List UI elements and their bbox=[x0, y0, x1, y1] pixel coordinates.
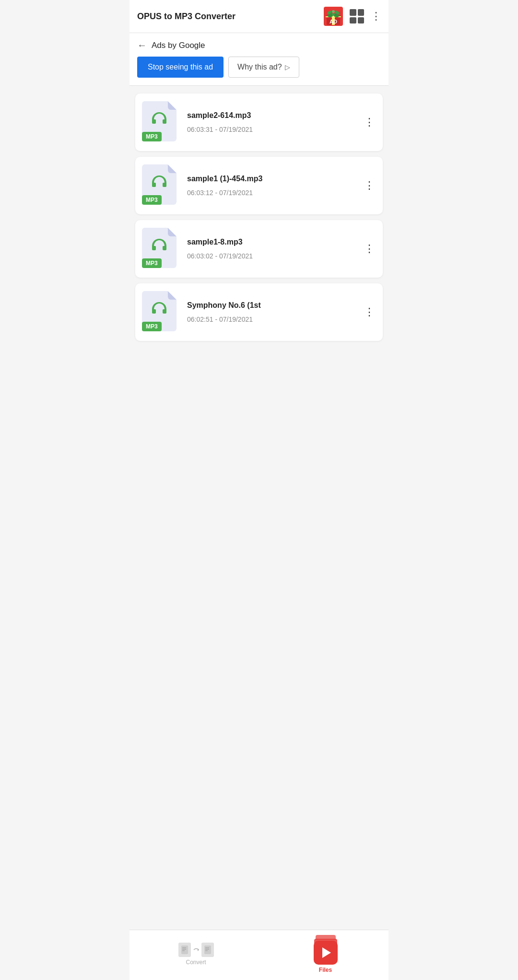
headphone-icon-2 bbox=[149, 235, 169, 257]
svg-point-9 bbox=[332, 10, 335, 13]
file-name-2: sample1-8.mp3 bbox=[187, 238, 355, 246]
ad-icon[interactable]: AD bbox=[324, 7, 343, 26]
file-thumb-0: MP3 bbox=[142, 101, 180, 143]
file-meta-2: 06:03:02 - 07/19/2021 bbox=[187, 252, 355, 260]
more-options-icon[interactable]: ⋮ bbox=[371, 11, 381, 22]
ad-banner-buttons: Stop seeing this ad Why this ad? ▷ bbox=[137, 57, 381, 78]
file-more-button-0[interactable]: ⋮ bbox=[362, 114, 376, 130]
file-page-bg-0: MP3 bbox=[142, 101, 177, 141]
grid-cell-4 bbox=[358, 17, 365, 24]
why-this-ad-button[interactable]: Why this ad? ▷ bbox=[228, 57, 299, 78]
why-ad-icon: ▷ bbox=[285, 63, 290, 71]
file-info-0: sample2-614.mp3 06:03:31 - 07/19/2021 bbox=[187, 111, 355, 133]
file-more-button-3[interactable]: ⋮ bbox=[362, 304, 376, 320]
file-info-1: sample1 (1)-454.mp3 06:03:12 - 07/19/202… bbox=[187, 175, 355, 197]
file-info-2: sample1-8.mp3 06:03:02 - 07/19/2021 bbox=[187, 238, 355, 260]
file-card-2[interactable]: MP3 sample1-8.mp3 06:03:02 - 07/19/2021 … bbox=[135, 220, 383, 278]
file-info-3: Symphony No.6 (1st 06:02:51 - 07/19/2021 bbox=[187, 301, 355, 323]
ad-banner: ← Ads by Google Stop seeing this ad Why … bbox=[130, 33, 388, 86]
svg-point-6 bbox=[332, 13, 335, 16]
file-meta-1: 06:03:12 - 07/19/2021 bbox=[187, 189, 355, 197]
ads-by-google-label: Ads by Google bbox=[152, 41, 205, 50]
file-name-3: Symphony No.6 (1st bbox=[187, 301, 355, 310]
headphone-icon-3 bbox=[149, 298, 169, 320]
stop-seeing-ad-button[interactable]: Stop seeing this ad bbox=[137, 57, 224, 78]
file-card-0[interactable]: MP3 sample2-614.mp3 06:03:31 - 07/19/202… bbox=[135, 93, 383, 151]
grid-cell-1 bbox=[350, 9, 356, 16]
file-page-bg-2: MP3 bbox=[142, 228, 177, 268]
file-card-3[interactable]: MP3 Symphony No.6 (1st 06:02:51 - 07/19/… bbox=[135, 283, 383, 341]
headphone-icon-1 bbox=[149, 172, 169, 194]
why-ad-label: Why this ad? bbox=[237, 63, 282, 71]
file-page-bg-1: MP3 bbox=[142, 164, 177, 205]
file-more-button-2[interactable]: ⋮ bbox=[362, 241, 376, 257]
app-title: OPUS to MP3 Converter bbox=[137, 12, 235, 22]
mp3-badge-3: MP3 bbox=[142, 322, 162, 331]
file-name-0: sample2-614.mp3 bbox=[187, 111, 355, 120]
file-thumb-3: MP3 bbox=[142, 291, 180, 333]
app-header: OPUS to MP3 Converter AD bbox=[130, 0, 388, 33]
file-thumb-2: MP3 bbox=[142, 228, 180, 270]
headphone-icon-0 bbox=[149, 108, 169, 130]
ads-by-text: Ads by bbox=[152, 41, 179, 50]
grid-cell-3 bbox=[350, 17, 356, 24]
file-page-bg-3: MP3 bbox=[142, 291, 177, 331]
file-name-1: sample1 (1)-454.mp3 bbox=[187, 175, 355, 183]
grid-cell-2 bbox=[358, 9, 365, 16]
mp3-badge-2: MP3 bbox=[142, 258, 162, 268]
ad-banner-top: ← Ads by Google bbox=[137, 40, 381, 51]
mp3-badge-1: MP3 bbox=[142, 195, 162, 205]
google-text: Google bbox=[179, 41, 205, 50]
file-more-button-1[interactable]: ⋮ bbox=[362, 177, 376, 194]
header-actions: AD ⋮ bbox=[324, 7, 381, 26]
file-meta-3: 06:02:51 - 07/19/2021 bbox=[187, 315, 355, 323]
file-card-1[interactable]: MP3 sample1 (1)-454.mp3 06:03:12 - 07/19… bbox=[135, 157, 383, 214]
mp3-badge-0: MP3 bbox=[142, 132, 162, 141]
ad-text-label: AD bbox=[330, 19, 337, 24]
file-list: MP3 sample2-614.mp3 06:03:31 - 07/19/202… bbox=[130, 86, 388, 349]
grid-view-icon[interactable] bbox=[350, 9, 364, 23]
file-thumb-1: MP3 bbox=[142, 164, 180, 207]
file-meta-0: 06:03:31 - 07/19/2021 bbox=[187, 126, 355, 133]
ad-back-button[interactable]: ← bbox=[137, 40, 147, 51]
